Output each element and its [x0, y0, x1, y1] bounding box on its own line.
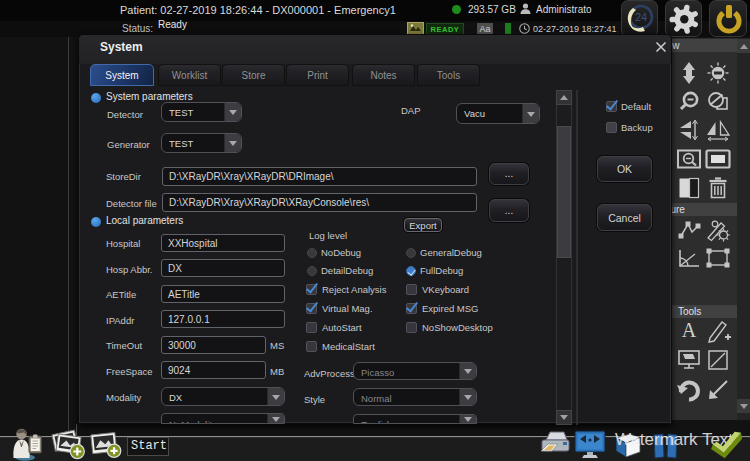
- svg-text:A: A: [682, 319, 697, 341]
- svg-text:24: 24: [635, 11, 647, 23]
